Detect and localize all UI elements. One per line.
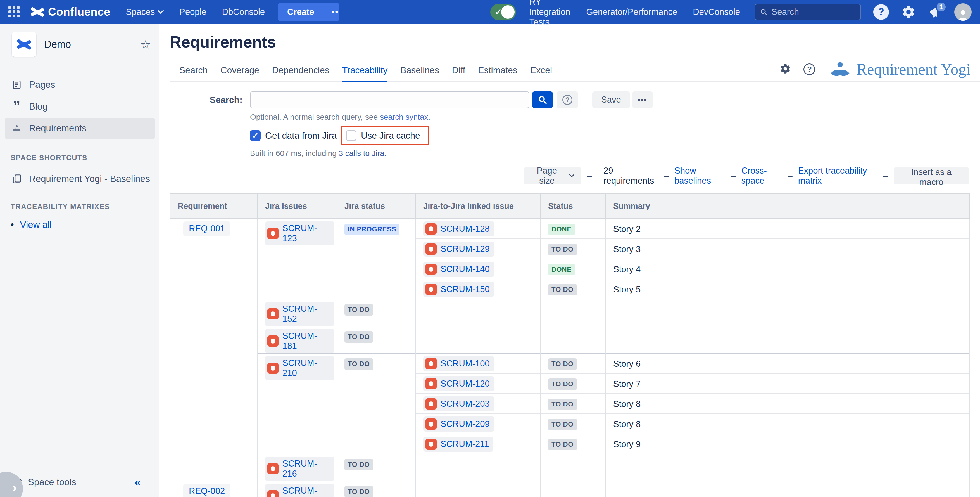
jira-issue-link[interactable]: SCRUM-216 xyxy=(282,459,330,479)
space-tools-label[interactable]: Space tools xyxy=(28,477,135,487)
tab-baselines[interactable]: Baselines xyxy=(400,65,439,81)
sidebar-item-requirement-yogi-baselines[interactable]: Requirement Yogi - Baselines xyxy=(5,170,155,188)
jira-issue-link[interactable]: SCRUM-210 xyxy=(282,358,330,378)
sidebar-item-pages[interactable]: Pages xyxy=(5,74,155,95)
matrix-help-button[interactable]: ? xyxy=(803,64,815,75)
cell-jira-issue: SCRUM-209 xyxy=(416,414,541,434)
star-icon[interactable]: ☆ xyxy=(140,38,151,51)
cell-jira-issue: SCRUM-181 xyxy=(258,326,337,353)
get-data-from-jira-label[interactable]: Get data from Jira xyxy=(265,131,337,141)
jira-issue-pill[interactable]: SCRUM-100 xyxy=(423,356,494,371)
jira-issue-pill[interactable]: SCRUM-129 xyxy=(423,242,494,256)
jira-issue-link[interactable]: SCRUM-120 xyxy=(441,379,490,389)
jira-issue-pill[interactable]: SCRUM-140 xyxy=(423,262,494,277)
confluence-logo[interactable]: Confluence xyxy=(30,5,110,19)
nav-link-generator-performance[interactable]: Generator/Performance xyxy=(586,0,678,27)
app-switcher-icon[interactable] xyxy=(8,6,19,18)
requirement-link[interactable]: REQ-001 xyxy=(183,221,231,236)
use-jira-cache-label[interactable]: Use Jira cache xyxy=(361,131,420,141)
export-traceability-matrix-link[interactable]: Export traceability matrix xyxy=(798,166,878,186)
jira-issue-link[interactable]: SCRUM-203 xyxy=(441,399,490,409)
create-button[interactable]: Create xyxy=(278,3,324,21)
view-all-link[interactable]: View all xyxy=(20,220,52,230)
matrix-settings-button[interactable] xyxy=(780,63,791,76)
requirement-link[interactable]: REQ-002 xyxy=(183,484,231,497)
jira-issue-pill[interactable]: SCRUM-152 xyxy=(265,302,334,326)
get-data-from-jira-checkbox[interactable]: ✓ xyxy=(250,130,261,141)
global-search[interactable] xyxy=(754,4,861,20)
announcements-button[interactable]: 1 xyxy=(928,5,942,19)
status-lozenge: IN PROGRESS xyxy=(344,224,399,235)
cell-empty xyxy=(541,454,606,481)
tab-coverage[interactable]: Coverage xyxy=(220,65,259,81)
create-more-button[interactable]: ••• xyxy=(324,3,340,21)
jira-issue-pill[interactable]: SCRUM-211 xyxy=(423,436,493,452)
nav-spaces[interactable]: Spaces xyxy=(126,7,164,17)
search-label: Search: xyxy=(170,95,242,105)
jira-issue-link[interactable]: SCRUM-152 xyxy=(282,304,330,324)
run-search-button[interactable] xyxy=(532,91,553,108)
table-toolbar: Page size – 29 requirements –Show baseli… xyxy=(170,166,969,186)
jira-calls-link[interactable]: 3 calls to Jira. xyxy=(339,149,387,158)
save-more-button[interactable]: ••• xyxy=(632,91,653,108)
use-jira-cache-checkbox[interactable] xyxy=(346,130,356,141)
cell-status: DONE xyxy=(541,259,606,279)
tab-diff[interactable]: Diff xyxy=(452,65,465,81)
jira-issue-pill[interactable]: SCRUM-123 xyxy=(265,221,334,245)
query-input[interactable] xyxy=(250,91,530,108)
nav-dbconsole[interactable]: DbConsole xyxy=(222,7,265,17)
save-button[interactable]: Save xyxy=(592,91,630,108)
cell-status: DONE xyxy=(541,218,606,239)
jira-issue-pill[interactable]: SCRUM-128 xyxy=(423,221,494,236)
jira-issue-pill[interactable]: SCRUM-210 xyxy=(265,356,334,380)
collapse-sidebar-button[interactable]: « xyxy=(135,476,141,489)
insert-as-macro-button[interactable]: Insert as a macro xyxy=(894,167,969,185)
summary-text: Story 8 xyxy=(613,419,641,429)
jira-issue-link[interactable]: SCRUM-123 xyxy=(282,223,330,244)
tab-estimates[interactable]: Estimates xyxy=(478,65,517,81)
help-button[interactable]: ? xyxy=(873,4,889,20)
search-help-button[interactable]: ? xyxy=(557,91,578,108)
cell-empty xyxy=(541,299,606,326)
jira-issue-link[interactable]: SCRUM-100 xyxy=(441,358,490,369)
sidebar-item-blog[interactable]: ”Blog xyxy=(5,96,155,117)
jira-issue-link[interactable]: SCRUM-129 xyxy=(441,244,490,254)
tab-search[interactable]: Search xyxy=(179,65,208,81)
user-menu[interactable] xyxy=(954,3,972,21)
sidebar-item-requirements[interactable]: Requirements xyxy=(5,118,155,139)
jira-issue-link[interactable]: SCRUM-209 xyxy=(441,419,490,429)
cross-space-link[interactable]: Cross-space xyxy=(741,166,782,186)
show-baselines-link[interactable]: Show baselines xyxy=(675,166,725,186)
jira-issue-link[interactable]: SCRUM-211 xyxy=(441,439,489,449)
jira-issue-pill[interactable]: SCRUM-120 xyxy=(423,376,494,391)
tabs-right-icons: ? Requirement Yogi xyxy=(780,61,970,81)
global-search-input[interactable] xyxy=(772,7,855,17)
jira-issue-link[interactable]: SCRUM-125 xyxy=(282,486,330,497)
space-name[interactable]: Demo xyxy=(44,38,140,50)
nav-people[interactable]: People xyxy=(179,7,207,17)
jira-issue-link[interactable]: SCRUM-181 xyxy=(282,331,330,351)
sidebar-item-view-all[interactable]: • View all xyxy=(11,220,155,230)
jira-issue-link[interactable]: SCRUM-128 xyxy=(441,224,490,234)
jira-issue-link[interactable]: SCRUM-140 xyxy=(441,264,490,274)
nav-link-devconsole[interactable]: DevConsole xyxy=(693,0,740,27)
jira-issue-pill[interactable]: SCRUM-216 xyxy=(265,457,334,481)
page-size-select[interactable]: Page size xyxy=(524,167,581,185)
jira-issue-pill[interactable]: SCRUM-181 xyxy=(265,329,334,353)
nav-link-ry-integration-tests[interactable]: RY Integration Tests xyxy=(530,0,571,27)
jira-issue-pill[interactable]: SCRUM-209 xyxy=(423,416,494,432)
jira-issue-pill[interactable]: SCRUM-150 xyxy=(423,282,494,297)
status-lozenge: TO DO xyxy=(344,459,373,470)
tab-traceability[interactable]: Traceability xyxy=(342,65,388,82)
jira-issue-pill[interactable]: SCRUM-203 xyxy=(423,397,494,411)
jira-issue-pill[interactable]: SCRUM-125 xyxy=(265,484,334,497)
settings-button[interactable] xyxy=(901,5,916,19)
tab-excel[interactable]: Excel xyxy=(530,65,552,81)
tab-dependencies[interactable]: Dependencies xyxy=(272,65,329,81)
jira-issue-link[interactable]: SCRUM-150 xyxy=(441,284,490,294)
space-logo[interactable] xyxy=(12,32,36,57)
search-syntax-link[interactable]: search syntax. xyxy=(380,113,431,121)
requirement-yogi-brand[interactable]: Requirement Yogi xyxy=(827,61,970,78)
feature-toggle[interactable]: ✓ xyxy=(490,4,516,20)
bug-icon xyxy=(267,308,278,320)
